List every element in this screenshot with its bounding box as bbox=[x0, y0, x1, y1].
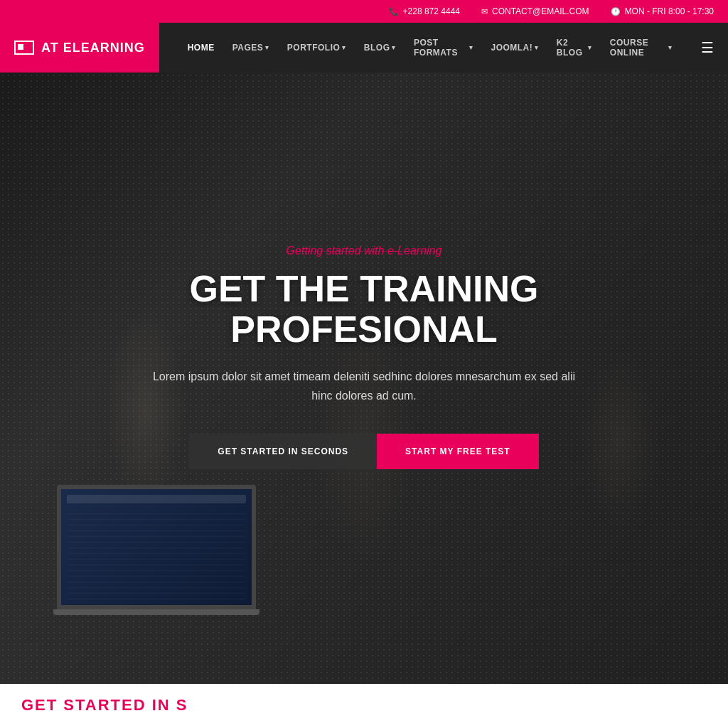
hero-content: Getting started with e-Learning GET THE … bbox=[97, 245, 631, 470]
bottom-teaser-strip: GET STARTED IN S bbox=[0, 684, 728, 727]
get-started-button[interactable]: GET STARTED IN SECONDS bbox=[189, 434, 377, 469]
laptop-base bbox=[53, 609, 259, 615]
phone-item: 📞 +228 872 4444 bbox=[389, 6, 460, 16]
main-nav: HOME PAGES ▾ PORTFOLIO ▾ BLOG ▾ POST FOR… bbox=[181, 32, 680, 63]
hamburger-menu-icon[interactable]: ☰ bbox=[701, 39, 714, 56]
chevron-down-icon: ▾ bbox=[588, 44, 592, 51]
bottom-teaser-text: GET STARTED IN S bbox=[21, 696, 188, 714]
start-free-test-button[interactable]: START MY FREE TEST bbox=[377, 434, 539, 469]
hero-title: GET THE TRAINING PROFESIONAL bbox=[112, 269, 616, 350]
laptop-decoration bbox=[57, 485, 284, 641]
hero-buttons: GET STARTED IN SECONDS START MY FREE TES… bbox=[112, 434, 616, 469]
phone-icon: 📞 bbox=[389, 7, 399, 16]
nav-blog[interactable]: BLOG ▾ bbox=[357, 37, 403, 58]
top-bar: 📞 +228 872 4444 ✉ CONTACT@EMAIL.COM 🕐 MO… bbox=[0, 0, 728, 23]
nav-pages[interactable]: PAGES ▾ bbox=[225, 37, 277, 58]
logo[interactable]: AT ELEARNING bbox=[0, 23, 159, 73]
chevron-down-icon: ▾ bbox=[668, 44, 673, 51]
chevron-down-icon: ▾ bbox=[265, 44, 269, 51]
logo-icon bbox=[14, 41, 34, 55]
laptop-screen bbox=[57, 485, 256, 609]
nav-joomla[interactable]: JOOMLA! ▾ bbox=[483, 37, 545, 58]
chevron-down-icon: ▾ bbox=[342, 44, 346, 51]
chevron-down-icon: ▾ bbox=[535, 44, 539, 51]
chevron-down-icon: ▾ bbox=[392, 44, 396, 51]
logo-text: AT ELEARNING bbox=[41, 41, 145, 55]
email-item: ✉ CONTACT@EMAIL.COM bbox=[481, 6, 589, 16]
nav-course-online[interactable]: COURSE ONLINE ▾ bbox=[603, 32, 680, 63]
nav-post-formats[interactable]: POST FORMATS ▾ bbox=[407, 32, 480, 63]
header: AT ELEARNING HOME PAGES ▾ PORTFOLIO ▾ BL… bbox=[0, 23, 728, 73]
chevron-down-icon: ▾ bbox=[469, 44, 473, 51]
nav-k2-blog[interactable]: K2 BLOG ▾ bbox=[550, 32, 599, 63]
hero-section: Getting started with e-Learning GET THE … bbox=[0, 73, 728, 684]
business-hours: MON - FRI 8:00 - 17:30 bbox=[625, 6, 714, 16]
hero-description: Lorem ipsum dolor sit amet timeam deleni… bbox=[151, 367, 577, 405]
clock-icon: 🕐 bbox=[611, 7, 621, 16]
hours-item: 🕐 MON - FRI 8:00 - 17:30 bbox=[611, 6, 714, 16]
nav-portfolio[interactable]: PORTFOLIO ▾ bbox=[280, 37, 353, 58]
email-address: CONTACT@EMAIL.COM bbox=[492, 6, 589, 16]
hero-subtitle: Getting started with e-Learning bbox=[112, 245, 616, 257]
phone-number: +228 872 4444 bbox=[403, 6, 460, 16]
email-icon: ✉ bbox=[481, 7, 488, 16]
nav-home[interactable]: HOME bbox=[181, 37, 222, 58]
